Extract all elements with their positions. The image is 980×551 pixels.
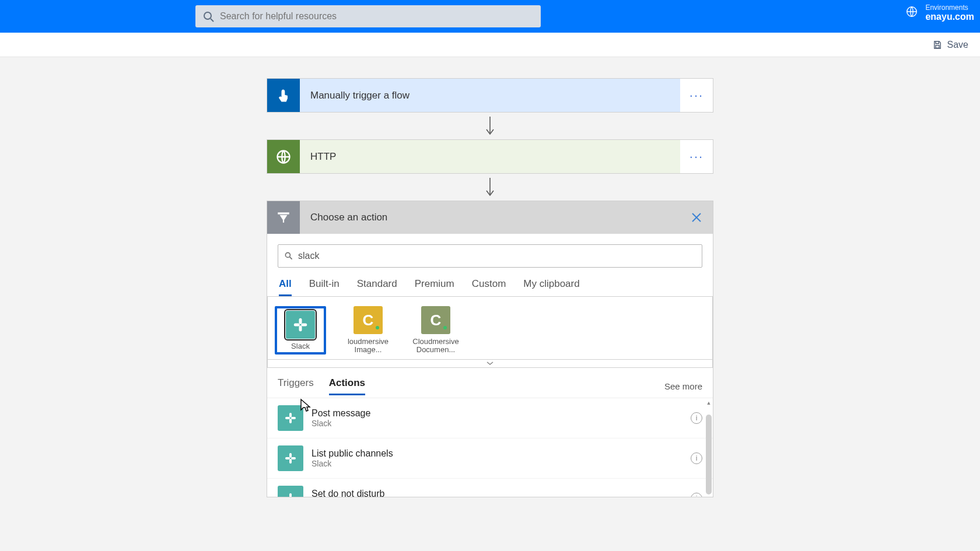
close-button[interactable] <box>680 201 713 234</box>
svg-rect-13 <box>299 325 302 331</box>
slack-icon <box>286 311 315 339</box>
connector-label: Slack <box>277 342 324 350</box>
arrow-down-icon <box>481 113 499 139</box>
svg-line-1 <box>211 19 214 22</box>
flow-step-title: Manually trigger a flow <box>300 79 680 112</box>
svg-rect-7 <box>278 212 289 214</box>
slack-icon <box>278 486 303 497</box>
tab-standard[interactable]: Standard <box>357 278 397 296</box>
expand-connectors-button[interactable] <box>267 360 713 368</box>
svg-rect-21 <box>289 459 292 464</box>
tab-builtin[interactable]: Built-in <box>309 278 340 296</box>
connector-grid: Slack C loudmersive Image... C Cloudmers… <box>267 296 713 360</box>
tab-premium[interactable]: Premium <box>415 278 454 296</box>
action-search[interactable] <box>278 244 702 268</box>
connector-cloudmersive-document[interactable]: C Cloudmersive Documen... <box>410 306 461 355</box>
category-tabs: All Built-in Standard Premium Custom My … <box>278 278 702 296</box>
action-item-do-not-disturb[interactable]: Set do not disturb Slack i <box>267 478 713 497</box>
save-button[interactable]: Save <box>932 40 968 50</box>
svg-rect-15 <box>301 324 307 327</box>
search-icon <box>202 10 214 22</box>
environment-picker[interactable]: Environments enayu.com <box>905 3 974 22</box>
svg-rect-20 <box>289 453 292 458</box>
action-item-post-message[interactable]: Post message Slack i <box>267 398 713 438</box>
environment-label: Environments <box>925 3 974 12</box>
search-icon <box>284 251 293 261</box>
slack-icon <box>278 405 303 431</box>
connector-cloudmersive-image[interactable]: C loudmersive Image... <box>342 306 394 355</box>
subtab-triggers[interactable]: Triggers <box>278 377 314 395</box>
svg-rect-23 <box>291 457 296 459</box>
see-more-link[interactable]: See more <box>664 381 702 391</box>
global-search[interactable] <box>195 5 541 27</box>
action-subtitle: Slack <box>312 419 682 428</box>
svg-line-11 <box>290 257 292 259</box>
close-icon <box>691 212 702 223</box>
action-title: List public channels <box>312 448 682 459</box>
flow-step-trigger[interactable]: Manually trigger a flow ··· <box>267 78 713 113</box>
environment-name: enayu.com <box>925 12 974 22</box>
subtab-actions[interactable]: Actions <box>329 377 365 395</box>
action-item-list-channels[interactable]: List public channels Slack i <box>267 438 713 478</box>
cloudmersive-icon: C <box>421 306 450 334</box>
tab-all[interactable]: All <box>279 278 292 296</box>
globe-icon <box>905 5 918 20</box>
svg-rect-12 <box>299 318 302 324</box>
info-button[interactable]: i <box>691 412 702 424</box>
step-menu-button[interactable]: ··· <box>680 79 713 112</box>
connector-label: Cloudmersive Documen... <box>410 338 461 355</box>
arrow-down-icon <box>481 174 499 201</box>
scroll-up-button[interactable]: ▲ <box>705 399 712 406</box>
svg-rect-18 <box>285 417 290 419</box>
command-bar: Save <box>0 33 980 57</box>
svg-point-10 <box>285 252 290 257</box>
tab-custom[interactable]: Custom <box>472 278 506 296</box>
info-button[interactable]: i <box>691 493 702 497</box>
cloudmersive-icon: C <box>354 306 383 334</box>
choose-action-panel: Choose an action All Built-in Standard P… <box>267 201 713 497</box>
action-subtitle: Slack <box>312 459 682 468</box>
scrollbar[interactable] <box>706 415 712 494</box>
info-button[interactable]: i <box>691 452 702 464</box>
svg-rect-22 <box>285 457 290 459</box>
svg-rect-24 <box>289 493 292 497</box>
flow-step-title: HTTP <box>300 140 680 173</box>
chevron-down-icon <box>487 361 494 366</box>
flow-step-http[interactable]: HTTP ··· <box>267 139 713 174</box>
globe-icon <box>267 140 300 173</box>
flow-canvas: Manually trigger a flow ··· HTTP ··· Cho… <box>0 57 980 497</box>
svg-rect-3 <box>936 45 939 48</box>
action-search-input[interactable] <box>298 251 696 261</box>
slack-icon <box>278 445 303 471</box>
global-search-input[interactable] <box>220 11 534 22</box>
svg-rect-16 <box>289 413 292 417</box>
connector-slack[interactable]: Slack <box>275 306 326 355</box>
action-title: Post message <box>312 408 682 419</box>
panel-title: Choose an action <box>300 201 680 234</box>
touch-icon <box>267 79 300 112</box>
step-menu-button[interactable]: ··· <box>680 140 713 173</box>
action-list: ▲ Post message Slack i List public chann… <box>267 398 713 497</box>
panel-header: Choose an action <box>267 201 713 234</box>
svg-rect-14 <box>294 324 300 327</box>
svg-rect-19 <box>291 417 296 419</box>
tab-clipboard[interactable]: My clipboard <box>523 278 579 296</box>
top-bar: Environments enayu.com <box>0 0 980 33</box>
save-icon <box>932 40 943 50</box>
svg-point-0 <box>204 12 211 19</box>
action-title: Set do not disturb <box>312 489 682 497</box>
trigger-action-tabs: Triggers Actions <box>278 377 365 395</box>
action-icon <box>267 201 300 234</box>
connector-label: loudmersive Image... <box>342 338 394 355</box>
svg-rect-17 <box>289 419 292 423</box>
